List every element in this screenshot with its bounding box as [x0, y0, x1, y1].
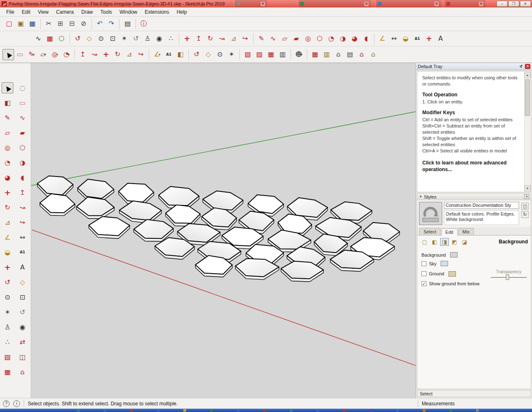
taskbar-app-icon[interactable] [157, 409, 160, 412]
menu-draw[interactable]: Draw [78, 8, 97, 16]
orbit-tool-button[interactable]: ↺ [72, 33, 84, 44]
rectangle-tool-button[interactable]: ▱ [279, 33, 291, 44]
three-point-arc-tool-button[interactable]: ◕ [2, 172, 13, 183]
position-camera-tool-button[interactable]: ♙ [2, 321, 13, 333]
push-pull-tool-button[interactable]: ↥ [77, 49, 89, 60]
tape-measure-tool-button[interactable]: ∠ [2, 232, 13, 243]
taskbar-app-icon[interactable] [77, 409, 80, 412]
browser-tab-close-icon[interactable]: ✕ [434, 2, 439, 6]
pin-icon[interactable] [519, 64, 523, 69]
line-tool-button[interactable]: ✎▾ [26, 49, 37, 60]
taskbar-app-icon[interactable] [103, 409, 106, 412]
scale-tool-button[interactable]: ⊿ [123, 49, 135, 60]
scrollbar-track[interactable] [525, 78, 531, 185]
sign-in-tool-button[interactable]: ☻▾ [293, 49, 305, 60]
style-name-combo[interactable]: Construction Documentation Sty [444, 202, 519, 209]
look-around-tool-button[interactable]: ◉ [153, 33, 165, 44]
arc-tool-button[interactable]: ◔ [2, 157, 13, 168]
taskbar-app-icon[interactable] [236, 409, 239, 412]
tray-close-icon[interactable]: ✕ [525, 64, 530, 69]
detail-grid-tool-button[interactable]: ▦ [44, 33, 56, 44]
select-tool-button[interactable]: ▲ [2, 82, 13, 93]
new-document-tool-button[interactable]: ▢ [3, 18, 15, 29]
zoom-tool-button[interactable]: ⊙ [95, 33, 107, 44]
watermark-settings-icon[interactable]: ◩ [450, 238, 459, 246]
update-style-icon[interactable]: ↻ [521, 211, 529, 218]
zoom-extents-tool-button[interactable]: ✶ [226, 49, 237, 60]
redo-tool-button[interactable]: ↷ [106, 18, 117, 29]
position-camera-tool-button[interactable]: ♙ [142, 33, 153, 44]
menu-camera[interactable]: Camera [52, 8, 78, 16]
styles-close-icon[interactable]: ✕ [524, 194, 529, 199]
menu-window[interactable]: Window [116, 8, 141, 16]
styles-tab-mix[interactable]: Mix [458, 228, 474, 235]
menu-tools[interactable]: Tools [97, 8, 116, 16]
follow-me-tool-button[interactable]: ↝ [89, 49, 100, 60]
lasso-tool-button[interactable]: ◌ [17, 82, 28, 93]
select-tool-button[interactable]: ▲ [2, 49, 14, 60]
share-model-tool-button[interactable]: ▥ [321, 49, 332, 60]
dropdown-arrow-icon[interactable]: ▾ [33, 53, 34, 56]
eraser-tool-button[interactable]: ▭ [17, 97, 28, 108]
background-color-swatch[interactable] [450, 252, 458, 258]
eraser-tool-button[interactable]: ▭ [14, 49, 26, 60]
text-tool-button[interactable]: A1 [411, 33, 423, 44]
maximize-button[interactable]: ❐ [508, 1, 519, 7]
menu-help[interactable]: Help [173, 8, 191, 16]
pan-tool-button[interactable]: ◇ [202, 49, 214, 60]
zoom-window-tool-button[interactable]: ⊡ [17, 292, 28, 303]
advanced-operations-link[interactable]: Click to learn about more advanced opera… [422, 159, 520, 173]
extension-warehouse-tool-button[interactable]: ⌂ [332, 49, 344, 60]
scale-tool-button[interactable]: ⊿ [2, 217, 13, 228]
tape-measure-tool-button[interactable]: ∠ [377, 33, 388, 44]
two-point-arc-tool-button[interactable]: ◑ [337, 33, 349, 44]
styles-tab-edit[interactable]: Edit [441, 228, 458, 235]
offset-tool-button[interactable]: ↪ [17, 217, 28, 228]
orbit-tool-button[interactable]: ↺ [191, 49, 202, 60]
transparency-slider[interactable] [491, 277, 527, 278]
sky-color-swatch[interactable] [441, 261, 448, 266]
modeling-settings-icon[interactable]: ◪ [460, 238, 469, 246]
taskbar-app-icon[interactable] [369, 409, 372, 412]
menu-edit[interactable]: Edit [18, 8, 34, 16]
measurements-input[interactable] [458, 400, 529, 407]
section-display-tool-button[interactable]: ▨ [254, 49, 265, 60]
rotate-tool-button[interactable]: ↻ [2, 202, 13, 213]
share-model-tool-button[interactable]: ⌂ [17, 366, 28, 378]
erase-tool-button[interactable]: ⊘ [78, 18, 89, 29]
pan-tool-button[interactable]: ◇ [17, 277, 28, 288]
3d-warehouse-tool-button[interactable]: ▦ [309, 49, 321, 60]
pie-tool-button[interactable]: ◖ [17, 172, 28, 183]
section-plane-tool-button[interactable]: ▧ [2, 351, 13, 363]
orbit-tool-button[interactable]: ↺ [2, 277, 13, 288]
zoom-previous-tool-button[interactable]: ↺ [17, 307, 28, 318]
styles-panel-header[interactable]: ▼ Styles ✕ [417, 194, 531, 200]
edge-settings-icon[interactable]: ▢ [420, 238, 429, 246]
viewport[interactable] [31, 63, 416, 398]
move-tool-button[interactable]: + [2, 187, 13, 198]
geolocation-icon[interactable]: ? [3, 400, 10, 407]
axes-tool-button[interactable]: + [423, 33, 435, 44]
3d-text-tool-button[interactable]: A [17, 262, 28, 273]
copy-tool-button[interactable]: ⊞ [54, 18, 66, 29]
freehand-sketch-tool-button[interactable]: ∿ [32, 33, 44, 44]
push-pull-tool-button[interactable]: ↥ [193, 33, 204, 44]
windows-taskbar[interactable] [0, 409, 532, 412]
zoom-extents-tool-button[interactable]: ✶ [118, 33, 130, 44]
follow-me-tool-button[interactable]: ↝ [216, 33, 228, 44]
transparency-slider-thumb[interactable] [506, 275, 509, 280]
section-cuts-tool-button[interactable]: ▦ [265, 49, 277, 60]
offset-tool-button[interactable]: ↪ [135, 49, 147, 60]
browser-tab-close-icon[interactable]: ✕ [364, 2, 369, 6]
taskbar-app-icon[interactable] [210, 409, 213, 412]
tape-measure-tool-button[interactable]: ∠▾ [151, 49, 163, 60]
menu-file[interactable]: File [2, 8, 18, 16]
secondary-pane-icon[interactable]: ◫ [521, 203, 529, 210]
close-button[interactable]: ✕ [520, 1, 531, 7]
zoom-extents-tool-button[interactable]: ✶ [2, 307, 13, 318]
polygon-tool-button[interactable]: ⬡ [17, 142, 28, 153]
move-tool-button[interactable]: + [100, 49, 112, 60]
shapes-tool-button[interactable]: ▱▾ [37, 49, 49, 60]
taskbar-app-icon[interactable] [130, 409, 133, 412]
styles-tab-select[interactable]: Select [419, 228, 441, 235]
